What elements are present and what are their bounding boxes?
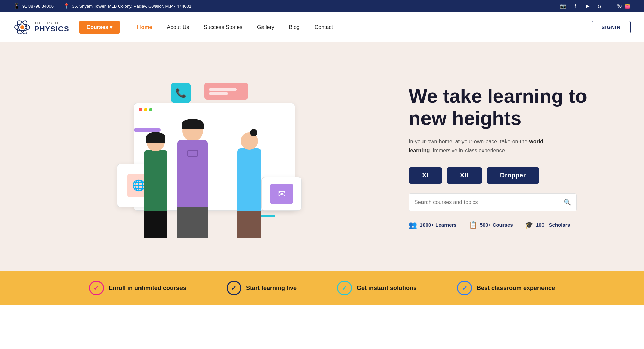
facebook-icon[interactable]: f [572,3,579,9]
search-icon[interactable]: 🔍 [564,199,571,206]
dot-yellow [144,108,147,111]
hero-subtitle: In-your-own-home, at-your-own-pace, take… [409,137,557,155]
check-instant: ✓ [337,281,352,295]
google-icon[interactable]: G [596,3,603,9]
xii-button[interactable]: XII [447,167,482,184]
hero-title: We take learning to new heights [409,85,610,130]
location-icon: 📍 [63,3,70,9]
email-icon-box: ✉ [270,184,293,204]
chat-line-1 [209,88,237,91]
enroll-label: Enroll in unlimited courses [109,285,186,292]
check-live: ✓ [227,281,241,295]
banner-instant: ✓ Get instant solutions [337,281,417,295]
search-input[interactable] [414,199,564,205]
course-buttons: XI XII Dropper [409,167,610,184]
nav-gallery[interactable]: Gallery [250,22,282,33]
stat-learners: 👥 1000+ Learners [409,221,457,229]
browser-dots [139,108,152,111]
hero-section: 📞 🌐 ✉ [0,42,644,271]
courses-label: 500+ Courses [480,222,513,228]
learners-label: 1000+ Learners [420,222,457,228]
person-center-body [177,140,208,207]
learners-icon: 👥 [409,221,417,229]
person-right-body [237,148,261,211]
person-right [237,132,261,238]
nav-about[interactable]: About Us [160,22,197,33]
phone-icon: 📱 [13,3,20,9]
people-illustration [140,123,268,238]
hero-illustration: 📞 🌐 ✉ [114,76,302,238]
stat-scholars: 🎓 100+ Scholars [525,221,570,229]
scholars-icon: 🎓 [525,221,533,229]
nav-success[interactable]: Success Stories [196,22,250,33]
chat-bubble [204,83,248,100]
person-right-head [241,132,258,150]
person-center-hair [182,119,204,129]
topbar-left: 📱 91 88798 34006 📍 36, Shyam Tower, MLB … [13,3,191,9]
wallet-area[interactable]: ₹0 👛 [617,3,631,9]
live-label: Start learning live [246,285,297,292]
banner-live: ✓ Start learning live [227,281,297,295]
hero-content: We take learning to new heights In-your-… [389,42,644,271]
banner-enroll: ✓ Enroll in unlimited courses [89,281,186,295]
atom-logo-icon [13,19,31,36]
chat-line-2 [209,92,228,95]
address-text: 36, Shyam Tower, MLB Colony, Padav, Gwal… [72,4,191,9]
person-center [177,120,208,238]
topbar-phone: 📱 91 88798 34006 [13,3,54,9]
logo-bottom: PHYSICS [34,25,69,33]
topbar: 📱 91 88798 34006 📍 36, Shyam Tower, MLB … [0,0,644,12]
dot-green [149,108,152,111]
scholars-label: 100+ Scholars [536,222,570,228]
nav-links: Home About Us Success Stories Gallery Bl… [130,22,592,33]
topbar-address: 📍 36, Shyam Tower, MLB Colony, Padav, Gw… [63,3,191,9]
courses-icon: 📋 [469,221,477,229]
person-center-pocket [187,150,198,157]
check-classroom: ✓ [457,281,472,295]
person-right-bun [250,129,257,136]
youtube-icon[interactable]: ▶ [584,3,591,9]
phone-symbol: 📞 [175,88,186,98]
stat-courses: 📋 500+ Courses [469,221,513,229]
bottom-banner: ✓ Enroll in unlimited courses ✓ Start le… [0,271,644,305]
wallet-icon: 👛 [624,3,631,9]
logo[interactable]: THEORY OF PHYSICS [13,19,69,36]
phone-number: 91 88798 34006 [22,4,54,9]
classroom-label: Best classroom experience [477,285,555,292]
search-box[interactable]: 🔍 [409,193,577,211]
courses-button[interactable]: Courses ▾ [79,21,120,34]
hero-illustration-area: 📞 🌐 ✉ [0,42,389,271]
navbar: THEORY OF PHYSICS Courses ▾ Home About U… [0,12,644,42]
nav-blog[interactable]: Blog [282,22,307,33]
person-center-legs [177,207,208,238]
stats-row: 👥 1000+ Learners 📋 500+ Courses 🎓 100+ S… [409,221,610,229]
person-center-head [182,120,203,141]
person-left [144,133,167,238]
svg-point-0 [20,25,24,29]
email-icon: ✉ [278,188,286,200]
chat-lines [204,85,248,97]
subtitle-part2: . Immersive in-class experience. [430,148,507,153]
nav-home[interactable]: Home [130,22,159,33]
dropper-button[interactable]: Dropper [487,167,539,184]
check-enroll: ✓ [89,281,104,295]
signin-button[interactable]: SIGNIN [592,21,631,33]
instagram-icon[interactable]: 📷 [560,3,567,9]
person-left-head [147,133,165,151]
logo-text: THEORY OF PHYSICS [34,21,69,33]
dot-red [139,108,142,111]
topbar-right: 📷 f ▶ G ₹0 👛 [560,3,631,9]
topbar-divider [610,3,610,9]
person-left-hair [146,132,165,143]
subtitle-part1: In-your-own-home, at-your-own-pace, take… [409,139,529,144]
xi-button[interactable]: XI [409,167,442,184]
instant-label: Get instant solutions [357,285,417,292]
wallet-balance: ₹0 [617,4,622,9]
teal-phone-icon: 📞 [171,83,191,103]
person-left-body [144,150,167,211]
banner-classroom: ✓ Best classroom experience [457,281,555,295]
nav-contact[interactable]: Contact [307,22,340,33]
person-right-legs [237,211,261,238]
person-left-legs [144,211,167,238]
